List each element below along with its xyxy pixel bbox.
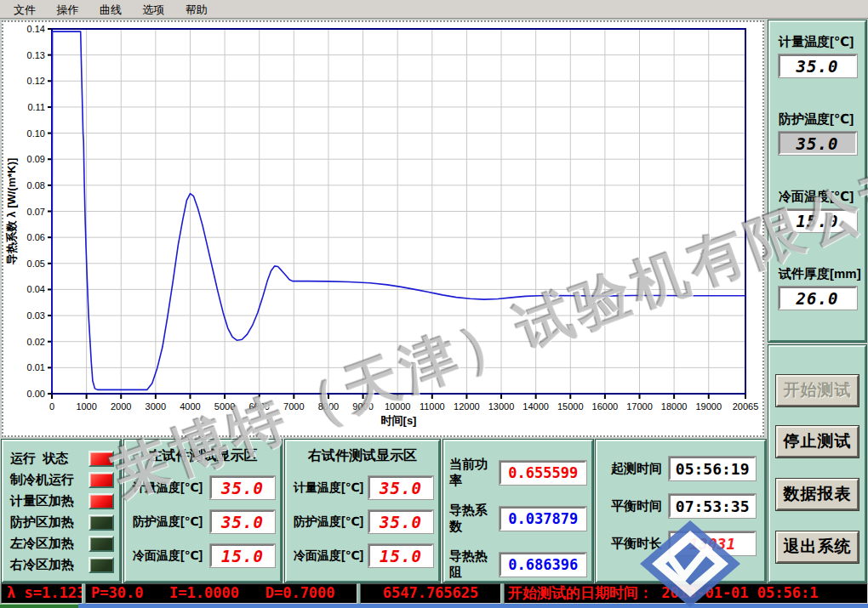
start-time-value: 05:56:19 bbox=[669, 457, 756, 480]
svg-text:0.13: 0.13 bbox=[27, 50, 45, 60]
status-row: 运行 状态 bbox=[10, 448, 114, 469]
chiller-run-label: 制冷机运行 bbox=[10, 472, 89, 488]
svg-text:14000: 14000 bbox=[523, 401, 549, 412]
thermal-conductivity-chart: 0.000.010.020.030.040.050.060.070.080.09… bbox=[3, 22, 761, 434]
svg-text:1000: 1000 bbox=[76, 401, 96, 412]
guard-heat-label: 防护区加热 bbox=[10, 514, 89, 531]
svg-text:18000: 18000 bbox=[661, 401, 688, 412]
svg-text:0.00: 0.00 bbox=[27, 389, 45, 399]
svg-text:0.04: 0.04 bbox=[27, 284, 45, 294]
stop-test-button[interactable]: 停止测试 bbox=[776, 426, 859, 457]
current-power-label: 当前功率 bbox=[449, 457, 500, 489]
right-specimen-panel: 右试件测试显示区 计量温度[℃] 35.0 防护温度[℃] 35.0 冷面温度[… bbox=[285, 440, 440, 582]
svg-text:19000: 19000 bbox=[695, 401, 722, 412]
right-cold-heat-label: 右冷区加热 bbox=[10, 557, 89, 573]
status-row: 右冷区加热 bbox=[10, 554, 114, 576]
conductivity-value: 0.037879 bbox=[500, 507, 586, 531]
svg-text:时间[s]: 时间[s] bbox=[381, 414, 417, 427]
svg-text:2000: 2000 bbox=[111, 401, 131, 412]
specimen-thickness-label: 试件厚度[mm] bbox=[770, 266, 865, 282]
right-metering-temp-label: 计量温度[℃] bbox=[294, 480, 368, 496]
taskbar-start-fragment bbox=[0, 604, 78, 608]
chiller-run-led bbox=[89, 472, 114, 488]
svg-text:0.07: 0.07 bbox=[27, 207, 45, 217]
svg-text:0.09: 0.09 bbox=[27, 154, 45, 164]
svg-text:0.02: 0.02 bbox=[27, 337, 45, 347]
left-specimen-panel: 左试件测试显示区 计量温度[℃] 35.0 防护温度[℃] 35.0 冷面温度[… bbox=[124, 440, 282, 582]
balance-duration-label: 平衡时长 bbox=[611, 536, 669, 552]
left-metering-temp-label: 计量温度[℃] bbox=[133, 480, 210, 496]
balance-duration-value: 13031 bbox=[669, 531, 756, 555]
start-test-button[interactable]: 开始测试 bbox=[776, 375, 859, 406]
left-cold-face-temp-label: 冷面温度[℃] bbox=[133, 548, 210, 564]
status-row: 防护区加热 bbox=[10, 512, 114, 533]
svg-text:0: 0 bbox=[49, 401, 54, 412]
balance-time-value: 07:53:35 bbox=[669, 494, 756, 518]
svg-text:导热系数 λ [W/(m*K)]: 导热系数 λ [W/(m*K)] bbox=[5, 158, 18, 265]
metering-temp-label: 计量温度[℃] bbox=[770, 34, 865, 50]
svg-text:4000: 4000 bbox=[180, 401, 200, 412]
svg-text:20065: 20065 bbox=[733, 401, 759, 412]
svg-text:13000: 13000 bbox=[488, 401, 515, 412]
svg-text:0.05: 0.05 bbox=[27, 259, 45, 269]
metering-temp-input[interactable]: 35.0 bbox=[779, 54, 857, 77]
left-cold-heat-led bbox=[89, 536, 114, 552]
numeric-readout: 6547.765625 bbox=[360, 583, 501, 604]
right-cold-face-temp-value: 15.0 bbox=[368, 544, 433, 567]
left-guard-temp-label: 防护温度[℃] bbox=[133, 514, 210, 530]
svg-text:3000: 3000 bbox=[146, 401, 166, 412]
svg-text:10000: 10000 bbox=[385, 401, 411, 412]
status-row: 左冷区加热 bbox=[10, 533, 114, 554]
status-panel: 运行 状态 制冷机运行 计量区加热 防护区加热 左冷区加热 右冷区加热 bbox=[2, 440, 121, 582]
svg-text:7000: 7000 bbox=[283, 401, 304, 412]
specimen-thickness-input[interactable]: 26.0 bbox=[779, 287, 857, 310]
current-power-value: 0.655599 bbox=[500, 461, 586, 485]
exit-system-button[interactable]: 退出系统 bbox=[776, 531, 859, 563]
start-time-label: 起测时间 bbox=[611, 461, 669, 477]
svg-text:0.08: 0.08 bbox=[27, 180, 45, 190]
status-bar: λ s=1.1236 P=30.0 I=1.0000 D=0.7000 6547… bbox=[0, 583, 868, 604]
pid-readout: P=30.0 I=1.0000 D=0.7000 bbox=[85, 583, 357, 604]
left-guard-temp-value: 35.0 bbox=[210, 510, 275, 533]
left-specimen-title: 左试件测试显示区 bbox=[126, 447, 280, 465]
action-panel: 开始测试 停止测试 数据报表 退出系统 bbox=[768, 345, 866, 582]
status-row: 计量区加热 bbox=[10, 491, 114, 512]
metering-heat-label: 计量区加热 bbox=[10, 493, 89, 509]
right-specimen-title: 右试件测试显示区 bbox=[287, 447, 438, 465]
menu-bar: 文件 操作 曲线 选项 帮助 bbox=[0, 0, 868, 19]
right-guard-temp-label: 防护温度[℃] bbox=[294, 514, 368, 530]
status-row: 制冷机运行 bbox=[10, 469, 114, 491]
lambda-s-readout: λ s=1.1236 bbox=[1, 583, 83, 604]
balance-time-label: 平衡时间 bbox=[611, 498, 669, 514]
cold-face-temp-input[interactable]: 15.0 bbox=[779, 209, 857, 232]
svg-text:0.14: 0.14 bbox=[27, 24, 45, 34]
svg-text:8000: 8000 bbox=[318, 401, 339, 412]
thermal-resistance-value: 0.686396 bbox=[500, 553, 586, 577]
right-metering-temp-value: 35.0 bbox=[368, 476, 433, 499]
left-cold-face-temp-value: 15.0 bbox=[210, 544, 275, 567]
menu-item-file[interactable]: 文件 bbox=[5, 0, 44, 20]
menu-item-operate[interactable]: 操作 bbox=[48, 0, 87, 20]
svg-text:11000: 11000 bbox=[420, 401, 445, 412]
test-start-datetime: 开始测试的日期时间： 2013-01-01 05:56:1 bbox=[504, 583, 868, 604]
left-metering-temp-value: 35.0 bbox=[210, 476, 275, 499]
svg-text:0.01: 0.01 bbox=[27, 362, 45, 372]
conductivity-label: 导热系数 bbox=[449, 503, 500, 535]
time-panel: 起测时间 05:56:19 平衡时间 07:53:35 平衡时长 13031 bbox=[596, 440, 766, 582]
svg-text:15000: 15000 bbox=[557, 401, 584, 412]
svg-text:12000: 12000 bbox=[454, 401, 480, 412]
metering-heat-led bbox=[89, 493, 114, 509]
guard-temp-input[interactable]: 35.0 bbox=[779, 132, 857, 155]
menu-item-options[interactable]: 选项 bbox=[134, 0, 173, 20]
svg-text:0.10: 0.10 bbox=[27, 128, 45, 139]
svg-text:16000: 16000 bbox=[592, 401, 619, 412]
data-report-button[interactable]: 数据报表 bbox=[776, 479, 859, 510]
chart-panel: 0.000.010.020.030.040.050.060.070.080.09… bbox=[2, 20, 764, 437]
right-cold-face-temp-label: 冷面温度[℃] bbox=[294, 548, 368, 564]
svg-text:0.11: 0.11 bbox=[27, 102, 45, 112]
right-guard-temp-value: 35.0 bbox=[368, 510, 433, 533]
menu-item-curve[interactable]: 曲线 bbox=[91, 0, 130, 20]
settings-panel: 计量温度[℃] 35.0 防护温度[℃] 35.0 冷面温度[℃] 15.0 试… bbox=[768, 20, 866, 342]
left-cold-heat-label: 左冷区加热 bbox=[10, 536, 89, 552]
menu-item-help[interactable]: 帮助 bbox=[177, 0, 216, 20]
